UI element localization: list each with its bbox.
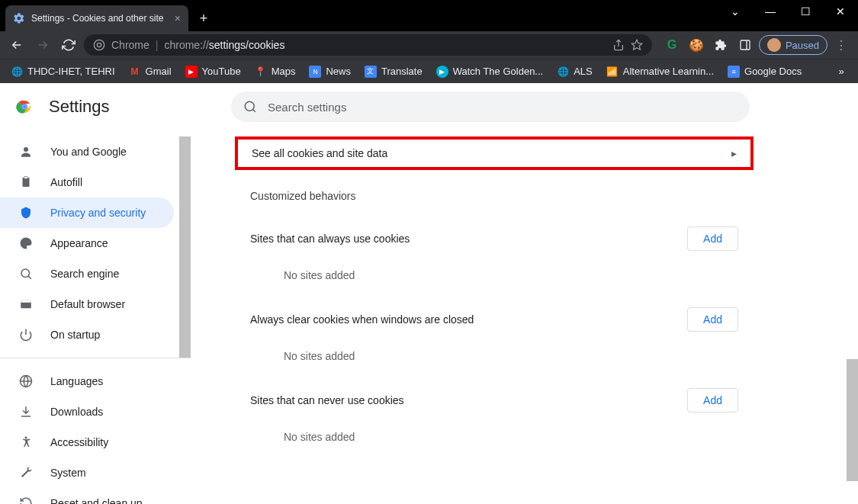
new-tab-button[interactable]: + bbox=[193, 8, 214, 29]
add-button[interactable]: Add bbox=[687, 226, 738, 251]
bookmark-star-icon[interactable] bbox=[631, 39, 643, 51]
close-button[interactable]: ✕ bbox=[823, 0, 858, 23]
sidebar-item-search-engine[interactable]: Search engine bbox=[0, 258, 174, 289]
wrench-icon bbox=[18, 466, 34, 480]
chevron-right-icon: ▸ bbox=[731, 147, 737, 159]
bookmark-item[interactable]: 🌐ALS bbox=[552, 62, 597, 82]
bookmark-item[interactable]: 文Translate bbox=[360, 62, 427, 82]
settings-header: Settings Search settings bbox=[0, 83, 858, 130]
svg-point-0 bbox=[94, 40, 104, 50]
svg-line-10 bbox=[252, 109, 255, 111]
sites-always-use-cookies-section: Sites that can always use cookies Add No… bbox=[235, 208, 754, 289]
svg-point-1 bbox=[97, 43, 101, 47]
svg-line-15 bbox=[28, 276, 31, 279]
search-icon bbox=[18, 267, 34, 281]
omnibox-security-label: Chrome bbox=[111, 39, 149, 51]
svg-point-20 bbox=[25, 437, 27, 439]
reload-button[interactable] bbox=[58, 34, 79, 56]
sidebar-item-autofill[interactable]: Autofill bbox=[0, 167, 174, 197]
avatar bbox=[767, 38, 781, 52]
see-all-cookies-row[interactable]: See all cookies and site data ▸ bbox=[235, 136, 754, 170]
svg-rect-13 bbox=[24, 177, 28, 179]
sidebar-item-appearance[interactable]: Appearance bbox=[0, 228, 174, 258]
back-button[interactable] bbox=[6, 34, 27, 56]
globe-icon bbox=[18, 374, 34, 388]
sidebar-item-system[interactable]: System bbox=[0, 457, 174, 488]
always-clear-cookies-section: Always clear cookies when windows are cl… bbox=[235, 289, 754, 370]
section-title: Always clear cookies when windows are cl… bbox=[250, 313, 474, 326]
see-all-cookies-label: See all cookies and site data bbox=[252, 147, 387, 159]
close-tab-icon[interactable]: × bbox=[175, 12, 181, 24]
bookmark-item[interactable]: 📍Maps bbox=[250, 62, 300, 82]
svg-point-11 bbox=[24, 147, 28, 152]
section-title: Sites that can never use cookies bbox=[250, 394, 404, 406]
bookmark-item[interactable]: ≡Google Docs bbox=[723, 62, 806, 82]
browser-tab[interactable]: Settings - Cookies and other site × bbox=[5, 5, 188, 31]
share-icon[interactable] bbox=[612, 39, 625, 51]
sidebar-item-downloads[interactable]: Downloads bbox=[0, 396, 174, 427]
sidebar-item-default-browser[interactable]: Default browser bbox=[0, 289, 174, 319]
profile-status: Paused bbox=[786, 40, 819, 51]
maximize-button[interactable]: ☐ bbox=[788, 0, 823, 23]
power-icon bbox=[18, 328, 34, 342]
svg-point-14 bbox=[21, 269, 30, 278]
bookmark-item[interactable]: 🌐THDC-IHET, TEHRI bbox=[6, 62, 120, 82]
page-title: Settings bbox=[49, 97, 110, 117]
empty-state-text: No sites added bbox=[250, 413, 738, 451]
bookmark-item[interactable]: MGmail bbox=[124, 62, 176, 82]
bookmark-item[interactable]: ▶Watch The Golden... bbox=[432, 62, 548, 82]
news-icon: N bbox=[309, 66, 321, 78]
minimize-button[interactable]: — bbox=[753, 0, 788, 23]
sidebar-item-on-startup[interactable]: On startup bbox=[0, 319, 174, 350]
add-button[interactable]: Add bbox=[687, 307, 738, 332]
profile-chip[interactable]: Paused bbox=[759, 35, 827, 55]
gmail-icon: M bbox=[129, 66, 141, 78]
settings-content: See all cookies and site data ▸ Customiz… bbox=[191, 130, 858, 504]
chrome-logo-icon bbox=[15, 98, 34, 116]
sidebar-item-reset-and-clean-up[interactable]: Reset and clean up bbox=[0, 488, 174, 504]
shield-icon bbox=[18, 206, 34, 220]
search-settings-input[interactable]: Search settings bbox=[231, 91, 750, 122]
download-icon bbox=[18, 405, 34, 419]
extension-icon[interactable]: G bbox=[661, 34, 683, 56]
svg-point-8 bbox=[23, 105, 26, 108]
sidebar-divider bbox=[0, 358, 191, 358]
extension-icon[interactable]: 🍪 bbox=[686, 34, 707, 56]
sidebar-item-privacy-and-security[interactable]: Privacy and security bbox=[0, 197, 174, 228]
chevron-down-icon[interactable]: ⌄ bbox=[718, 0, 753, 23]
search-icon bbox=[243, 100, 257, 114]
clipboard-icon bbox=[18, 175, 34, 189]
svg-rect-3 bbox=[741, 40, 750, 50]
sidebar-item-accessibility[interactable]: Accessibility bbox=[0, 427, 174, 457]
add-button[interactable]: Add bbox=[687, 388, 738, 413]
sidebar-item-you-and-google[interactable]: You and Google bbox=[0, 136, 174, 167]
restore-icon bbox=[18, 496, 34, 504]
empty-state-text: No sites added bbox=[250, 332, 738, 370]
address-bar: Chrome | chrome://settings/cookies G 🍪 P… bbox=[0, 31, 858, 59]
site-info-icon bbox=[93, 39, 105, 51]
side-panel-icon[interactable] bbox=[734, 34, 756, 56]
tab-title: Settings - Cookies and other site bbox=[31, 13, 169, 24]
globe-icon: 🌐 bbox=[557, 66, 569, 78]
extensions-puzzle-icon[interactable] bbox=[710, 34, 731, 56]
signal-icon: 📶 bbox=[606, 66, 619, 78]
palette-icon bbox=[18, 236, 34, 250]
bookmarks-overflow-icon[interactable]: » bbox=[831, 61, 852, 82]
sidebar-scrollbar[interactable] bbox=[179, 136, 191, 504]
bookmark-item[interactable]: NNews bbox=[304, 62, 355, 82]
youtube-icon: ▶ bbox=[185, 66, 198, 78]
play-icon: ▶ bbox=[436, 66, 448, 78]
sidebar-item-languages[interactable]: Languages bbox=[0, 366, 174, 396]
bookmark-item[interactable]: 📶Alternative Learnin... bbox=[602, 62, 718, 82]
section-title: Sites that can always use cookies bbox=[250, 233, 410, 245]
window-titlebar: Settings - Cookies and other site × + ⌄ … bbox=[0, 0, 858, 31]
sites-never-use-cookies-section: Sites that can never use cookies Add No … bbox=[235, 370, 754, 451]
bookmark-item[interactable]: ▶YouTube bbox=[181, 62, 246, 82]
forward-button[interactable] bbox=[32, 34, 53, 56]
bookmarks-bar: 🌐THDC-IHET, TEHRI MGmail ▶YouTube 📍Maps … bbox=[0, 59, 858, 83]
browser-menu-icon[interactable]: ⋮ bbox=[831, 34, 852, 56]
gear-icon bbox=[13, 12, 25, 24]
settings-sidebar: You and Google Autofill Privacy and secu… bbox=[0, 130, 191, 504]
content-scrollbar[interactable] bbox=[847, 130, 858, 504]
omnibox[interactable]: Chrome | chrome://settings/cookies bbox=[84, 34, 652, 56]
